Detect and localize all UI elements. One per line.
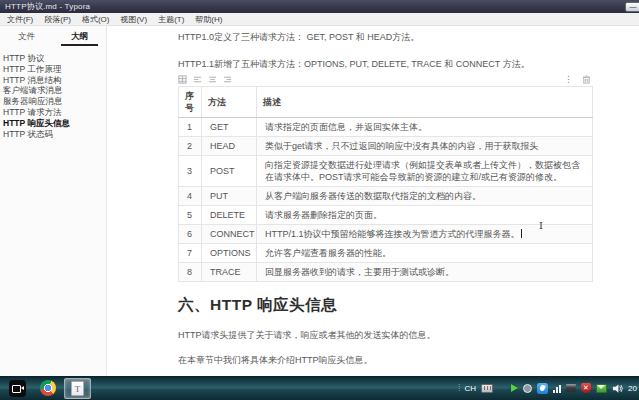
keyboard-icon[interactable] [481,384,493,393]
volume-icon[interactable] [612,383,623,394]
blue-app-icon[interactable] [537,383,548,394]
outline-list: HTTP 协议 HTTP 工作原理 HTTP 消息结构 客户端请求消息 服务器响… [0,47,106,139]
screen-recorder-icon [9,380,26,397]
more-options-icon[interactable]: ⋮ [564,75,573,84]
outline-item-http[interactable]: HTTP 协议 [2,53,104,64]
sidebar-tabs: 文件 大纲 [0,26,106,47]
green-mail-icon[interactable] [596,384,607,393]
menu-paragraph[interactable]: 段落(P) [44,14,71,25]
http-methods-table[interactable]: 序号 方法 描述 1 GET 请求指定的页面信息，并返回实体主体。 2 HEAD… [178,86,593,282]
menu-view[interactable]: 视图(V) [120,14,147,25]
typora-window: HTTP协议.md - Typora — 文件(F) 段落(P) 格式(O) 视… [0,0,639,400]
mouse-cursor-ibeam: I [539,220,543,231]
table-row[interactable]: 8 TRACE 回显服务器收到的请求，主要用于测试或诊断。 [179,263,593,282]
table-toolbar-right: ⋮ [564,75,591,84]
section-heading: 六、HTTP 响应头信息 [178,295,593,316]
tray-grip-icon[interactable]: ⁞ [458,384,460,393]
outline-item-working-principle[interactable]: HTTP 工作原理 [2,64,104,75]
menu-help[interactable]: 帮助(H) [195,14,222,25]
align-left-icon[interactable] [193,75,202,84]
signal-bars-icon[interactable] [553,384,561,393]
outline-item-server-response[interactable]: 服务器响应消息 [2,96,104,107]
outline-item-request-methods[interactable]: HTTP 请求方法 [2,107,104,118]
outline-item-message-structure[interactable]: HTTP 消息结构 [2,75,104,86]
align-center-icon[interactable] [208,75,217,84]
taskbar-chrome-button[interactable] [34,378,61,399]
paragraph-response-intro2: 在本章节中我们将具体来介绍HTTP响应头信息。 [178,354,593,367]
table-row[interactable]: 1 GET 请求指定的页面信息，并返回实体主体。 [179,118,593,137]
table-toolbar: ⋮ [178,73,593,85]
text-caret [521,229,522,238]
taskbar: T ⁞ CH ✕ 20 [0,376,639,400]
menu-file[interactable]: 文件(F) [7,14,33,25]
table-row[interactable]: 3 POST 向指定资源提交数据进行处理请求（例如提交表单或者上传文件），数据被… [179,156,593,187]
table-row[interactable]: 5 DELETE 请求服务器删除指定的页面。 [179,206,593,225]
red-shield-icon[interactable]: ✕ [581,383,591,393]
paragraph-http10: HTTP1.0定义了三种请求方法： GET, POST 和 HEAD方法。 [178,31,593,44]
table-grid-icon[interactable] [178,75,187,84]
sidebar: 文件 大纲 HTTP 协议 HTTP 工作原理 HTTP 消息结构 客户端请求消… [0,26,107,376]
table-row[interactable]: 2 HEAD 类似于get请求，只不过返回的响应中没有具体的内容，用于获取报头 [179,137,593,156]
green-play-icon[interactable] [511,384,518,392]
paragraph-response-intro1: HTTP请求头提供了关于请求，响应或者其他的发送实体的信息。 [178,329,593,342]
table-toolbar-left [178,75,232,84]
tab-outline[interactable]: 大纲 [53,31,106,47]
table-row[interactable]: 4 PUT 从客户端向服务器传送的数据取代指定的文档的内容。 [179,187,593,206]
paragraph-http11: HTTP1.1新增了五种请求方法：OPTIONS, PUT, DELETE, T… [178,58,593,71]
table-header-row: 序号 方法 描述 [179,87,593,118]
title-bar: HTTP协议.md - Typora — [0,0,639,13]
outline-item-response-headers[interactable]: HTTP 响应头信息 [2,118,104,129]
align-right-icon[interactable] [223,75,232,84]
delete-table-icon[interactable] [582,75,591,84]
header-method: 方法 [202,87,257,118]
typora-icon: T [71,381,84,396]
header-no: 序号 [179,87,202,118]
dark-app-icon[interactable] [566,384,576,392]
editor-content[interactable]: HTTP1.0定义了三种请求方法： GET, POST 和 HEAD方法。 HT… [107,26,639,376]
minimize-button[interactable]: — [625,2,639,12]
menu-format[interactable]: 格式(O) [82,14,110,25]
taskbar-clock[interactable]: 20 [628,384,639,393]
menu-theme[interactable]: 主题(T) [158,14,184,25]
table-row[interactable]: 7 OPTIONS 允许客户端查看服务器的性能。 [179,244,593,263]
outline-item-client-request[interactable]: 客户端请求消息 [2,85,104,96]
chrome-icon [40,380,56,396]
window-title: HTTP协议.md - Typora [5,1,625,12]
menu-bar: 文件(F) 段落(P) 格式(O) 视图(V) 主题(T) 帮助(H) [0,13,639,26]
connect-desc-text: HTTP/1.1协议中预留给能够将连接改为管道方式的代理服务器。 [265,229,520,239]
disc-icon[interactable] [523,384,532,393]
taskbar-recorder-button[interactable] [4,378,31,399]
system-tray: ⁞ CH ✕ 20 [458,383,635,394]
taskbar-typora-button[interactable]: T [64,378,91,399]
table-row-connect[interactable]: 6 CONNECT HTTP/1.1协议中预留给能够将连接改为管道方式的代理服务… [179,225,593,244]
main-area: 文件 大纲 HTTP 协议 HTTP 工作原理 HTTP 消息结构 客户端请求消… [0,26,639,376]
outline-item-status-codes[interactable]: HTTP 状态码 [2,129,104,140]
tab-files[interactable]: 文件 [0,31,53,47]
language-indicator[interactable]: CH [464,384,476,393]
header-desc: 描述 [257,87,593,118]
